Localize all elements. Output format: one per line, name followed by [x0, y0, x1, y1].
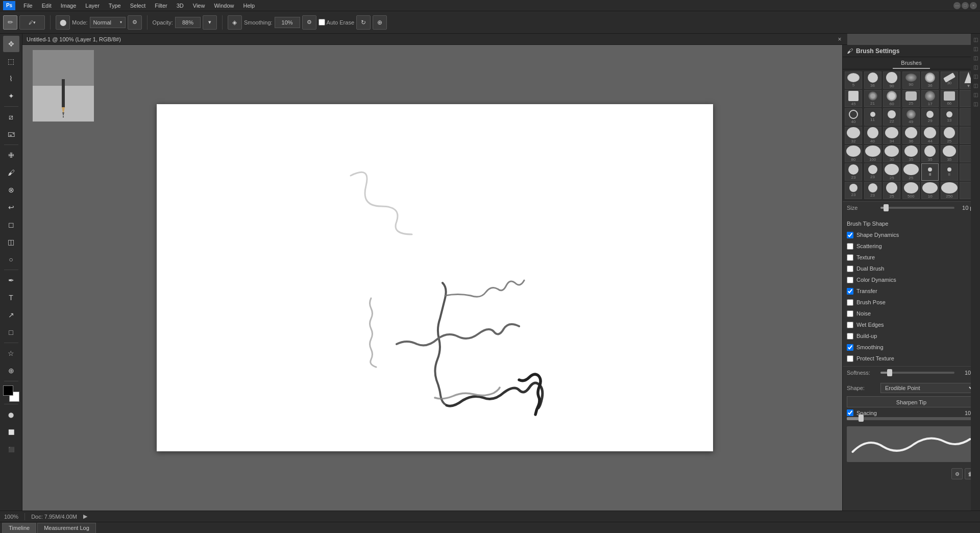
panel-settings-icon[interactable]: ⚙ — [951, 468, 963, 479]
type-tool[interactable]: T — [3, 289, 19, 306]
brush-pose-checkbox[interactable] — [847, 299, 853, 306]
history-brush-tool[interactable]: ↩ — [3, 199, 19, 215]
brush-cell[interactable]: 35 — [921, 145, 939, 162]
brush-cell[interactable]: 36 — [864, 71, 881, 89]
brush-pose-row[interactable]: Brush Pose 🔒 — [843, 297, 980, 308]
panel-toggle-8[interactable]: ◫ — [972, 100, 979, 107]
brush-cell[interactable]: 80 — [845, 145, 862, 162]
hand-tool[interactable]: ☆ — [3, 345, 19, 361]
brush-cell[interactable]: 11 — [864, 108, 881, 126]
transfer-checkbox[interactable] — [847, 288, 853, 295]
brush-cell[interactable]: 45 — [845, 90, 862, 107]
dual-brush-checkbox[interactable] — [847, 265, 853, 272]
pressure-flow-icon[interactable]: ↻ — [356, 15, 371, 30]
opacity-input[interactable] — [175, 17, 201, 28]
spacing-slider-track[interactable] — [847, 417, 976, 420]
brush-cell[interactable]: 25 — [883, 163, 900, 181]
scattering-row[interactable]: Scattering 🔒 — [843, 240, 980, 252]
size-slider-track[interactable] — [880, 207, 954, 209]
brush-cell[interactable]: 23 — [845, 182, 862, 199]
panel-toggle-1[interactable]: ◫ — [972, 36, 979, 43]
menu-layer[interactable]: Layer — [81, 2, 104, 10]
menu-help[interactable]: Help — [239, 2, 259, 10]
wand-tool[interactable]: ✦ — [3, 88, 19, 104]
protect-texture-row[interactable]: Protect Texture 🔒 — [843, 353, 980, 364]
auto-erase-checkbox[interactable] — [318, 19, 325, 26]
brush-cell[interactable]: 25 — [883, 182, 900, 199]
brush-cell[interactable]: 35 — [902, 145, 920, 162]
timeline-tab[interactable]: Timeline — [2, 523, 36, 533]
symmetry-icon[interactable]: ⊕ — [373, 15, 387, 30]
brush-cell[interactable]: 35 — [941, 145, 958, 162]
brush-cell[interactable]: 25 — [902, 163, 920, 181]
mode-dropdown[interactable]: Normal ▾ — [90, 17, 126, 28]
sharpen-tip-button[interactable]: Sharpen Tip — [847, 396, 976, 407]
brush-cell[interactable]: 40 — [864, 127, 881, 144]
brush-cell[interactable]: 32 — [845, 127, 862, 144]
canvas[interactable] — [157, 104, 713, 451]
brush-cell[interactable]: 8 — [941, 163, 958, 181]
shape-dynamics-row[interactable]: Shape Dynamics 🔒 — [843, 229, 980, 240]
buildup-checkbox[interactable] — [847, 333, 853, 340]
buildup-row[interactable]: Build-up 🔒 — [843, 330, 980, 342]
maximize-button[interactable]: □ — [962, 2, 969, 9]
measurement-log-tab[interactable]: Measurement Log — [37, 523, 96, 533]
brush-cell[interactable]: 10 — [921, 182, 939, 199]
menu-view[interactable]: View — [189, 2, 209, 10]
menu-file[interactable]: File — [19, 2, 37, 10]
brush-cell[interactable]: 36 — [902, 127, 920, 144]
gradient-tool[interactable]: ◫ — [3, 234, 19, 250]
color-dynamics-row[interactable]: Color Dynamics 🔒 — [843, 274, 980, 285]
foreground-color-swatch[interactable] — [3, 385, 13, 396]
color-swatches[interactable] — [3, 385, 19, 402]
texture-checkbox[interactable] — [847, 254, 853, 261]
brush-cell[interactable]: 5 — [845, 71, 862, 89]
dual-brush-row[interactable]: Dual Brush 🔒 — [843, 263, 980, 274]
shape-dynamics-checkbox[interactable] — [847, 232, 853, 238]
menu-edit[interactable]: Edit — [38, 2, 56, 10]
noise-row[interactable]: Noise 🔒 — [843, 308, 980, 319]
frame-mode-icon[interactable]: ⬛ — [3, 441, 19, 457]
quick-mask-icon[interactable]: ⬤ — [3, 406, 19, 423]
panel-toggle-4[interactable]: ◫ — [972, 63, 979, 70]
panel-toggle-2[interactable]: ◫ — [972, 45, 979, 52]
screen-mode-icon[interactable]: ⬜ — [3, 424, 19, 440]
brush-cell[interactable]: 23 — [864, 163, 881, 181]
brush-cell[interactable]: 34 — [883, 127, 900, 144]
stamp-tool[interactable]: ⊗ — [3, 182, 19, 198]
mode-settings-icon[interactable]: ⚙ — [128, 15, 142, 30]
doc-size-arrow[interactable]: ▶ — [83, 513, 87, 520]
menu-select[interactable]: Select — [126, 2, 150, 10]
document-close-button[interactable]: × — [836, 36, 843, 43]
opacity-settings-icon[interactable]: ▾ — [203, 15, 217, 30]
menu-image[interactable]: Image — [57, 2, 81, 10]
dodge-tool[interactable]: ○ — [3, 251, 19, 268]
menu-window[interactable]: Window — [210, 2, 238, 10]
lasso-tool[interactable]: ⌇ — [3, 70, 19, 87]
softness-slider-track[interactable] — [880, 372, 954, 374]
path-tool[interactable]: ↗ — [3, 307, 19, 323]
brush-cell[interactable]: 29 — [921, 108, 939, 126]
brush-cell[interactable]: 8 — [921, 163, 939, 181]
panel-toggle-5[interactable]: ◫ — [972, 72, 979, 80]
brush-cell[interactable]: 44 — [921, 127, 939, 144]
panel-toggle-7[interactable]: ◫ — [972, 91, 979, 98]
minimize-button[interactable]: — — [953, 2, 961, 9]
protect-texture-checkbox[interactable] — [847, 355, 853, 362]
panel-toggle-3[interactable]: ◫ — [972, 54, 979, 61]
brush-cell[interactable]: 25 — [902, 90, 920, 107]
brush-cell[interactable]: 100 — [864, 145, 881, 162]
brush-cell[interactable]: 17 — [921, 90, 939, 107]
scattering-checkbox[interactable] — [847, 243, 853, 250]
zoom-tool[interactable]: ⊕ — [3, 362, 19, 379]
brush-cell[interactable]: 60 — [883, 90, 900, 107]
tool-preset-picker[interactable]: 🖊▾ — [19, 15, 45, 30]
brush-cell[interactable]: 22 — [883, 108, 900, 126]
pressure-opacity-icon[interactable]: ◈ — [228, 15, 242, 30]
move-tool[interactable]: ✥ — [3, 36, 19, 52]
brush-cell[interactable]: 66 — [941, 90, 958, 107]
brush-cell[interactable]: 21 — [864, 90, 881, 107]
shape-dropdown[interactable]: Erodible Point — [880, 383, 976, 393]
brush-cell[interactable]: 36 — [921, 71, 939, 89]
smoothing-opt-checkbox[interactable] — [847, 344, 853, 351]
